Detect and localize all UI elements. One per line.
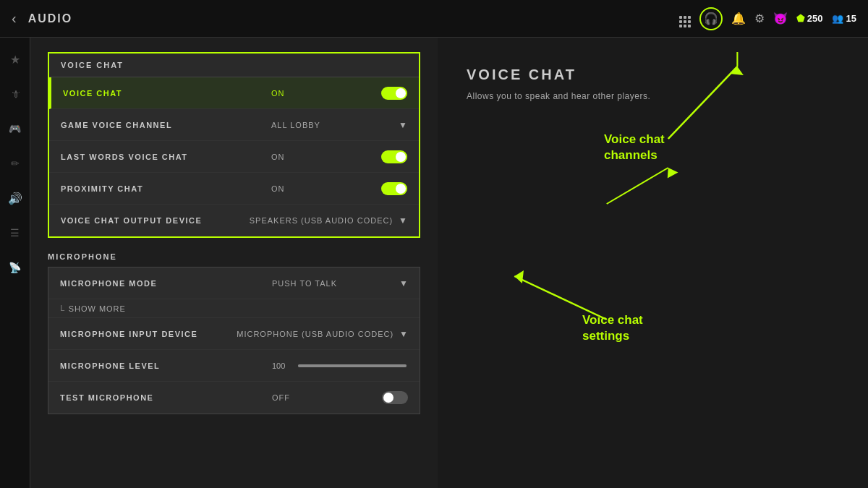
annotation-svg	[438, 38, 868, 488]
test-microphone-row[interactable]: TEST MICROPHONE OFF	[48, 382, 420, 414]
voice-chat-row[interactable]: VOICE CHAT ON	[49, 77, 419, 109]
show-more-label: SHOW MORE	[69, 304, 126, 313]
proximity-chat-status: ON	[271, 184, 375, 193]
voice-chat-output-device-row[interactable]: VOICE CHAT OUTPUT DEVICE SPEAKERS (USB A…	[49, 205, 419, 236]
headset-icon[interactable]: 🎧	[699, 7, 723, 30]
currency1-value: 250	[807, 13, 823, 24]
show-more-row[interactable]: SHOW MORE	[48, 299, 420, 318]
info-panel: VOICE CHAT Allows you to speak and hear …	[438, 38, 868, 488]
voice-chat-output-device-status: SPEAKERS (USB AUDIO CODEC)	[250, 216, 393, 225]
dropdown-arrow-icon: ▼	[399, 215, 407, 226]
sidebar-icon-star[interactable]: ★	[5, 49, 25, 69]
annotation-settings-text: Voice chat settings	[582, 313, 643, 343]
gear-icon[interactable]: ⚙	[754, 12, 765, 25]
header: ‹ AUDIO 🎧 🔔 ⚙ 😈 ⬟ 250	[0, 0, 868, 38]
microphone-level-number: 100	[272, 361, 292, 370]
back-button[interactable]: ‹	[12, 10, 17, 27]
currency2: 👥 15	[832, 13, 856, 24]
sidebar-icon-menu[interactable]: ☰	[5, 223, 25, 243]
info-description: Allows you to speak and hear other playe…	[467, 90, 839, 103]
last-words-voice-chat-toggle[interactable]	[381, 150, 407, 163]
game-voice-channel-row[interactable]: GAME VOICE CHANNEL ALL LOBBY ▼	[49, 109, 419, 141]
header-icons: 🎧 🔔 ⚙ 😈 ⬟ 250 👥 15	[679, 7, 856, 30]
sidebar-icon-edit[interactable]: ✏	[5, 153, 25, 174]
microphone-level-track[interactable]	[298, 364, 407, 367]
annotation-channels-text: Voice chat channels	[604, 132, 665, 162]
microphone-rows: MICROPHONE MODE PUSH TO TALK ▼ SHOW MORE…	[48, 267, 420, 414]
proximity-chat-row[interactable]: PROXIMITY CHAT ON	[49, 173, 419, 205]
sidebar-icon-signal[interactable]: 📡	[5, 257, 25, 278]
voice-chat-output-device-value: SPEAKERS (USB AUDIO CODEC) ▼	[238, 215, 419, 226]
annotation-voice-chat-settings: Voice chat settings	[582, 312, 643, 344]
microphone-mode-row[interactable]: MICROPHONE MODE PUSH TO TALK ▼	[48, 267, 420, 299]
dropdown-arrow-icon: ▼	[399, 329, 408, 339]
voice-chat-output-device-label: VOICE CHAT OUTPUT DEVICE	[49, 216, 237, 225]
microphone-input-device-label: MICROPHONE INPUT DEVICE	[48, 330, 224, 338]
microphone-input-device-status: MICROPHONE (USB AUDIO CODEC)	[237, 330, 393, 338]
last-words-voice-chat-label: LAST WORDS VOICE CHAT	[49, 153, 259, 161]
grid-icon[interactable]	[679, 9, 691, 27]
sidebar-icon-controller[interactable]: 🎮	[5, 119, 25, 139]
last-words-voice-chat-status: ON	[271, 153, 375, 161]
microphone-level-slider-container: 100	[272, 361, 408, 370]
test-microphone-value: OFF	[260, 391, 420, 404]
game-voice-channel-value: ALL LOBBY ▼	[260, 120, 419, 130]
microphone-level-fill	[298, 364, 407, 367]
microphone-mode-label: MICROPHONE MODE	[48, 279, 260, 288]
annotation-voice-chat-channels: Voice chat channels	[604, 132, 665, 163]
voice-chat-label: VOICE CHAT	[51, 89, 259, 98]
voice-chat-section-header: VOICE CHAT	[49, 53, 419, 77]
svg-line-0	[607, 168, 668, 204]
voice-chat-toggle[interactable]	[381, 87, 407, 100]
voice-chat-status: ON	[271, 89, 375, 98]
currency1: ⬟ 250	[796, 13, 823, 24]
test-microphone-toggle[interactable]	[382, 391, 408, 404]
voice-chat-section: VOICE CHAT VOICE CHAT ON GAME VOICE CHAN…	[48, 52, 420, 238]
page-title: AUDIO	[28, 12, 679, 25]
microphone-input-device-value: MICROPHONE (USB AUDIO CODEC) ▼	[225, 329, 420, 339]
game-voice-channel-label: GAME VOICE CHANNEL	[49, 121, 259, 129]
dropdown-arrow-icon: ▼	[399, 120, 407, 130]
proximity-chat-label: PROXIMITY CHAT	[49, 184, 259, 193]
last-words-voice-chat-value: ON	[260, 150, 419, 163]
avatar-icon[interactable]: 😈	[773, 12, 788, 25]
currency2-value: 15	[846, 13, 856, 24]
microphone-level-value: 100	[260, 361, 420, 370]
last-words-voice-chat-row[interactable]: LAST WORDS VOICE CHAT ON	[49, 141, 419, 173]
microphone-level-row[interactable]: MICROPHONE LEVEL 100	[48, 350, 420, 382]
info-title: VOICE CHAT	[467, 67, 839, 83]
proximity-chat-value: ON	[260, 182, 419, 195]
microphone-section-header: MICROPHONE	[48, 247, 420, 267]
test-microphone-status: OFF	[272, 393, 376, 402]
sidebar-icon-weapon[interactable]: 🗡	[5, 84, 25, 104]
game-voice-channel-status: ALL LOBBY	[271, 121, 393, 129]
svg-marker-6	[514, 270, 524, 283]
sidebar: ★ 🗡 🎮 ✏ 🔊 ☰ 📡	[0, 38, 30, 488]
microphone-section: MICROPHONE MICROPHONE MODE PUSH TO TALK …	[48, 247, 420, 414]
test-microphone-label: TEST MICROPHONE	[48, 393, 260, 402]
microphone-input-device-row[interactable]: MICROPHONE INPUT DEVICE MICROPHONE (USB …	[48, 318, 420, 350]
main-layout: ★ 🗡 🎮 ✏ 🔊 ☰ 📡 VOICE CHAT VOICE CHAT ON G…	[0, 38, 868, 488]
sidebar-icon-audio[interactable]: 🔊	[5, 188, 25, 208]
dropdown-arrow-icon: ▼	[399, 278, 408, 288]
microphone-mode-status: PUSH TO TALK	[272, 279, 393, 288]
svg-marker-1	[663, 165, 678, 178]
voice-chat-value: ON	[260, 87, 419, 100]
microphone-mode-value: PUSH TO TALK ▼	[260, 278, 420, 288]
bell-icon[interactable]: 🔔	[731, 12, 746, 25]
proximity-chat-toggle[interactable]	[381, 182, 407, 195]
settings-panel: VOICE CHAT VOICE CHAT ON GAME VOICE CHAN…	[30, 38, 438, 488]
microphone-level-label: MICROPHONE LEVEL	[48, 361, 260, 370]
